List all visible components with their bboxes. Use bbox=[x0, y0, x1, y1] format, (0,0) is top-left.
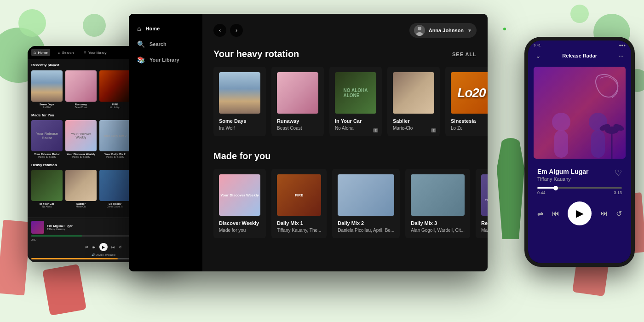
svg-rect-3 bbox=[554, 130, 568, 158]
tablet-card-discover-weekly[interactable]: Your Discover Weekly Your Discover Weekl… bbox=[65, 120, 97, 158]
phone-progress-bar[interactable] bbox=[537, 187, 622, 189]
tablet-card-daily-mix2[interactable]: Your Daily Mix 2 Your Daily Mix 2 Playli… bbox=[99, 120, 131, 158]
library-icon: 📚 bbox=[137, 56, 145, 63]
desktop-window: ⌂ Home 🔍 Search 📚 Your Library ‹ › bbox=[129, 14, 488, 271]
tablet-nav-library[interactable]: ≡ Your library bbox=[81, 49, 109, 56]
explicit-badge: E bbox=[373, 128, 378, 132]
tablet-repeat-btn[interactable]: ↺ bbox=[119, 245, 122, 249]
phone-next-button[interactable]: ⏭ bbox=[600, 209, 608, 218]
phone-status-bar: 9:41 ●●● bbox=[528, 40, 631, 50]
made-for-you-grid: Your Discover Weekly Discover Weekly Mad… bbox=[213, 169, 477, 238]
tablet-next-btn[interactable]: ⏭ bbox=[111, 245, 115, 249]
phone-play-button[interactable]: ▶ bbox=[568, 201, 592, 225]
desktop-nav-arrows: ‹ › bbox=[213, 24, 243, 37]
card-daily-mix-3[interactable]: Daily Mix 3 Alan Gogoll, Wardell, Cit... bbox=[405, 169, 470, 238]
tablet-prev-btn[interactable]: ⏮ bbox=[92, 245, 96, 249]
tablet-heavy-in-your-car[interactable]: In Your Car No Aloha bbox=[31, 170, 63, 208]
phone-time-current: 0:44 bbox=[537, 190, 546, 195]
tablet-heavy-sablier[interactable]: Sablier Marie-Clo bbox=[65, 170, 97, 208]
phone-playlist-title: Release Radar bbox=[562, 53, 597, 58]
phone-prev-button[interactable]: ⏮ bbox=[552, 209, 559, 218]
card-some-days[interactable]: Some Days Ira Wolf bbox=[213, 67, 266, 136]
user-avatar bbox=[414, 25, 425, 36]
search-icon: 🔍 bbox=[137, 40, 145, 48]
phone-repeat-button[interactable]: ↺ bbox=[616, 209, 622, 218]
card-in-your-car[interactable]: NO ALOHAALONE In Your Car No Aloha E bbox=[329, 67, 382, 136]
tablet-card-runaway[interactable]: Runaway Beast Coast bbox=[65, 70, 97, 109]
made-for-you-header: Made for you bbox=[213, 151, 477, 161]
tablet-nav-search[interactable]: ⌕ Search bbox=[56, 49, 76, 56]
user-menu[interactable]: Anna Johnson ▼ bbox=[409, 23, 477, 38]
explicit-badge: E bbox=[431, 128, 436, 132]
tablet-heavy-be-happy[interactable]: Be Happy Genie Evans Jr. bbox=[99, 170, 131, 208]
user-dropdown-icon: ▼ bbox=[467, 28, 472, 33]
phone-album-art bbox=[534, 67, 626, 159]
phone-track-title: Em Algum Lugar bbox=[537, 168, 589, 175]
back-button[interactable]: ‹ bbox=[213, 24, 226, 37]
desktop-main-content: ‹ › Anna Johnson ▼ Your heavy rotation S… bbox=[202, 14, 488, 271]
desktop-topbar: ‹ › Anna Johnson ▼ bbox=[213, 23, 477, 38]
phone-progress: 0:44 -3:13 bbox=[528, 185, 631, 197]
phone-device: 9:41 ●●● ⌄ Release Radar ··· bbox=[524, 37, 635, 267]
heavy-rotation-header: Your heavy rotation SEE ALL bbox=[213, 49, 477, 59]
forward-button[interactable]: › bbox=[230, 24, 243, 37]
phone-track-info: Em Algum Lugar Tiffany Kauany ♡ bbox=[528, 162, 631, 185]
svg-point-1 bbox=[416, 32, 423, 36]
tablet-card-fire[interactable]: FIRE Kid Indigo bbox=[99, 70, 131, 109]
sidebar-item-search[interactable]: 🔍 Search bbox=[132, 37, 199, 52]
tablet-card-some-days[interactable]: Some Days Ira Wolf bbox=[31, 70, 63, 109]
card-discover-weekly[interactable]: Your Discover Weekly Discover Weekly Mad… bbox=[213, 169, 266, 238]
card-daily-mix-2[interactable]: Daily Mix 2 Daniela Picollau, April, Be.… bbox=[332, 169, 400, 238]
phone-track-artist: Tiffany Kauany bbox=[537, 176, 589, 182]
desktop-sidebar: ⌂ Home 🔍 Search 📚 Your Library bbox=[129, 14, 202, 271]
home-icon: ⌂ bbox=[137, 25, 141, 32]
heavy-rotation-grid: Some Days Ira Wolf Runaway Beast Coast N… bbox=[213, 67, 477, 136]
svg-point-2 bbox=[552, 113, 570, 131]
made-for-you-title: Made for you bbox=[213, 151, 270, 161]
phone-chevron-down[interactable]: ⌄ bbox=[535, 52, 541, 59]
tablet-card-release-radar[interactable]: Your Release Radar Your Release Radar Pl… bbox=[31, 120, 63, 158]
phone-more-options[interactable]: ··· bbox=[618, 52, 624, 59]
sidebar-item-library[interactable]: 📚 Your Library bbox=[132, 52, 199, 67]
card-sinestesia[interactable]: Lo20 Sinestesia Lo Ze E bbox=[445, 67, 488, 136]
phone-controls: ⇌ ⏮ ▶ ⏭ ↺ bbox=[528, 197, 631, 230]
phone-header: ⌄ Release Radar ··· bbox=[528, 50, 631, 63]
card-sablier[interactable]: Sablier Marie-Clo E bbox=[387, 67, 440, 136]
svg-rect-5 bbox=[591, 130, 605, 158]
phone-time-total: -3:13 bbox=[612, 190, 622, 195]
card-runaway[interactable]: Runaway Beast Coast bbox=[271, 67, 324, 136]
card-daily-mix-1[interactable]: FIRE Daily Mix 1 Tiffany Kauany, The... bbox=[271, 169, 327, 238]
phone-shuffle-button[interactable]: ⇌ bbox=[537, 209, 543, 218]
heavy-rotation-title: Your heavy rotation bbox=[213, 49, 299, 59]
svg-point-0 bbox=[418, 27, 421, 30]
see-all-button[interactable]: SEE ALL bbox=[452, 52, 477, 57]
tablet-play-button[interactable]: ▶ bbox=[99, 243, 108, 251]
sidebar-item-home[interactable]: ⌂ Home bbox=[132, 21, 199, 36]
tablet-nav-home[interactable]: ⌂ Home bbox=[31, 49, 50, 56]
card-release-radar[interactable]: ≡≡≡ Your Release Radar Release Radar Mad… bbox=[476, 169, 488, 238]
tablet-shuffle-btn[interactable]: ⇌ bbox=[85, 245, 88, 249]
phone-like-button[interactable]: ♡ bbox=[615, 168, 622, 178]
